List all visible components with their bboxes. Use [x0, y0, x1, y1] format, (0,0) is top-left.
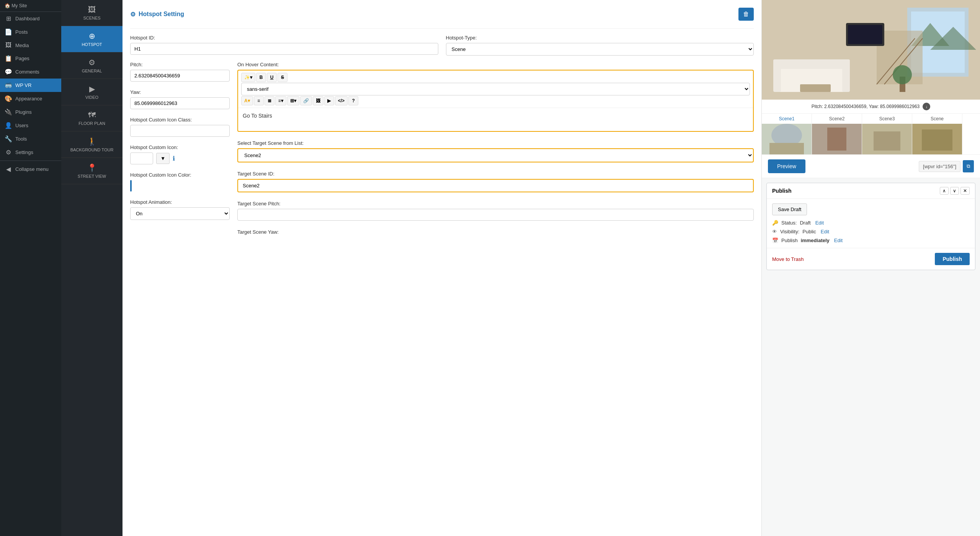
sidebar-item-pages[interactable]: 📋 Pages — [0, 52, 61, 65]
hotspot-type-select[interactable]: Scene Info URL Video — [446, 43, 754, 56]
scene2-label: Scene2 — [826, 114, 848, 124]
pitch-group: Pitch: Yaw: Hotspot Custom Icon Class: H… — [130, 62, 230, 235]
status-icon: 🔑 — [772, 220, 778, 226]
sidebar-item-dashboard[interactable]: ⊞ Dashboard — [0, 12, 61, 25]
sidebar-item-collapse[interactable]: ◀ Collapse menu — [0, 162, 61, 176]
hotspot-type-label: Hotspot-Type: — [446, 35, 754, 41]
rte-underline-btn[interactable]: U — [267, 73, 277, 82]
rte-magic-btn[interactable]: ✨▾ — [241, 73, 255, 82]
visibility-value: Public — [802, 229, 816, 234]
plugin-sidebar-general[interactable]: ⚙ GENERAL — [61, 52, 122, 79]
publish-collapse-up[interactable]: ∧ — [940, 187, 949, 195]
scene4-thumbnail — [912, 124, 962, 154]
sidebar-item-tools[interactable]: 🔧 Tools — [0, 132, 61, 146]
download-icon[interactable]: ↓ — [923, 103, 930, 110]
plugin-sidebar-street-view[interactable]: 📍 STREET VIEW — [61, 158, 122, 184]
target-scene-id-input[interactable] — [237, 179, 754, 192]
sidebar-item-users[interactable]: 👤 Users — [0, 119, 61, 132]
publish-panel: Publish ∧ ∨ ✕ Save Draft 🔑 Status: Draft… — [766, 183, 975, 270]
rte-code-btn[interactable]: </> — [335, 96, 348, 105]
status-row: 🔑 Status: Draft Edit — [772, 220, 970, 226]
hotspot-icon: ⊕ — [89, 31, 95, 41]
street-view-icon: 📍 — [87, 163, 97, 172]
visibility-row: 👁 Visibility: Public Edit — [772, 229, 970, 234]
rte-help-btn[interactable]: ? — [348, 96, 358, 105]
sidebar-item-posts[interactable]: 📄 Posts — [0, 25, 61, 39]
custom-icon-info[interactable]: ℹ — [173, 155, 175, 162]
visibility-edit-link[interactable]: Edit — [821, 229, 829, 234]
target-scene-select[interactable]: Scene2 Scene1 Scene3 — [237, 148, 754, 162]
save-draft-button[interactable]: Save Draft — [772, 203, 807, 215]
publish-header-controls: ∧ ∨ ✕ — [940, 187, 970, 195]
calendar-icon: 📅 — [772, 238, 778, 243]
sidebar-item-settings[interactable]: ⚙ Settings — [0, 146, 61, 159]
center-panel: ⚙ Hotspot Setting 🗑 Hotspot ID: Hotspot-… — [122, 0, 762, 536]
publish-collapse-close[interactable]: ✕ — [960, 187, 970, 195]
wpvr-icon: 🥽 — [5, 82, 12, 89]
rte-bold-btn[interactable]: B — [256, 73, 266, 82]
sidebar-item-appearance[interactable]: 🎨 Appearance — [0, 92, 61, 105]
rte-content-area[interactable]: Go To Stairs — [238, 108, 753, 131]
pitch-input[interactable] — [130, 70, 230, 82]
move-to-trash-link[interactable]: Move to Trash — [772, 256, 804, 262]
floor-plan-icon: 🗺 — [88, 111, 96, 120]
posts-icon: 📄 — [5, 28, 12, 36]
copy-shortcode-button[interactable]: ⧉ — [963, 160, 974, 172]
rich-text-editor: ✨▾ B U S sans-serif serif monospace A▾ ≡… — [237, 70, 754, 132]
rte-numbered-list-btn[interactable]: ≣ — [265, 96, 274, 105]
status-edit-link[interactable]: Edit — [815, 220, 824, 226]
vr-preview — [762, 0, 980, 100]
scene-thumb-3[interactable]: Scene3 — [862, 114, 912, 154]
sidebar-item-wp-vr[interactable]: 🥽 WP VR — [0, 79, 61, 92]
rte-strikethrough-btn[interactable]: S — [278, 73, 287, 82]
plugin-sidebar-hotspot[interactable]: ⊕ HOTSPOT — [61, 26, 122, 52]
target-scene-id-label: Target Scene ID: — [237, 171, 754, 177]
publish-value: immediately — [801, 238, 830, 243]
hotspot-animation-label: Hotspot Animation: — [130, 199, 230, 205]
sidebar-item-media[interactable]: 🖼 Media — [0, 39, 61, 52]
target-scene-id-wrapper — [237, 179, 754, 192]
on-hover-text: Go To Stairs — [243, 113, 272, 119]
rte-video-btn[interactable]: ▶ — [324, 96, 334, 105]
svg-rect-26 — [922, 129, 952, 151]
yaw-input[interactable] — [130, 97, 230, 109]
scene-thumb-4[interactable]: Scene — [912, 114, 962, 154]
video-icon: ▶ — [89, 84, 95, 93]
publish-edit-link[interactable]: Edit — [834, 238, 843, 243]
scene4-label: Scene — [928, 114, 947, 124]
custom-icon-class-input[interactable] — [130, 125, 230, 137]
media-icon: 🖼 — [5, 42, 12, 49]
custom-icon-dropdown[interactable]: ▼ — [156, 153, 170, 164]
rte-align-btn[interactable]: ≡▾ — [275, 96, 286, 105]
scene-thumb-1[interactable]: Scene1 — [762, 114, 812, 154]
publish-collapse-down[interactable]: ∨ — [950, 187, 959, 195]
plugin-sidebar-scenes[interactable]: 🖼 SCENES — [61, 0, 122, 26]
plugin-sidebar-floor-plan[interactable]: 🗺 FLOOR PLAN — [61, 105, 122, 131]
rte-color-btn[interactable]: A▾ — [241, 96, 253, 105]
publish-date-row: 📅 Publish immediately Edit — [772, 238, 970, 243]
custom-icon-input[interactable] — [130, 152, 153, 164]
preview-button[interactable]: Preview — [768, 159, 805, 173]
plugins-icon: 🔌 — [5, 108, 12, 116]
rte-link-btn[interactable]: 🔗 — [300, 96, 312, 105]
site-name: 🏠 My Site — [0, 0, 61, 12]
svg-rect-24 — [874, 131, 900, 151]
hotspot-id-input[interactable] — [130, 43, 438, 55]
rte-bullet-list-btn[interactable]: ≡ — [254, 96, 264, 105]
sidebar-item-plugins[interactable]: 🔌 Plugins — [0, 105, 61, 119]
rte-image-btn[interactable]: 🖼 — [313, 96, 323, 105]
on-hover-label: On Hover Content: — [237, 62, 754, 67]
color-preview[interactable] — [130, 180, 132, 192]
scene1-label: Scene1 — [776, 114, 798, 124]
svg-rect-10 — [773, 59, 850, 69]
plugin-sidebar-video[interactable]: ▶ VIDEO — [61, 79, 122, 105]
hotspot-animation-select[interactable]: On Off — [130, 207, 230, 220]
rte-table-btn[interactable]: ⊞▾ — [287, 96, 299, 105]
publish-button[interactable]: Publish — [935, 253, 970, 265]
target-pitch-input[interactable] — [237, 209, 754, 221]
rte-font-select[interactable]: sans-serif serif monospace — [241, 83, 750, 95]
scene-thumb-2[interactable]: Scene2 — [812, 114, 862, 154]
sidebar-item-comments[interactable]: 💬 Comments — [0, 65, 61, 79]
plugin-sidebar-background-tour[interactable]: 🚶 BACKGROUND TOUR — [61, 131, 122, 158]
delete-hotspot-button[interactable]: 🗑 — [738, 8, 754, 21]
